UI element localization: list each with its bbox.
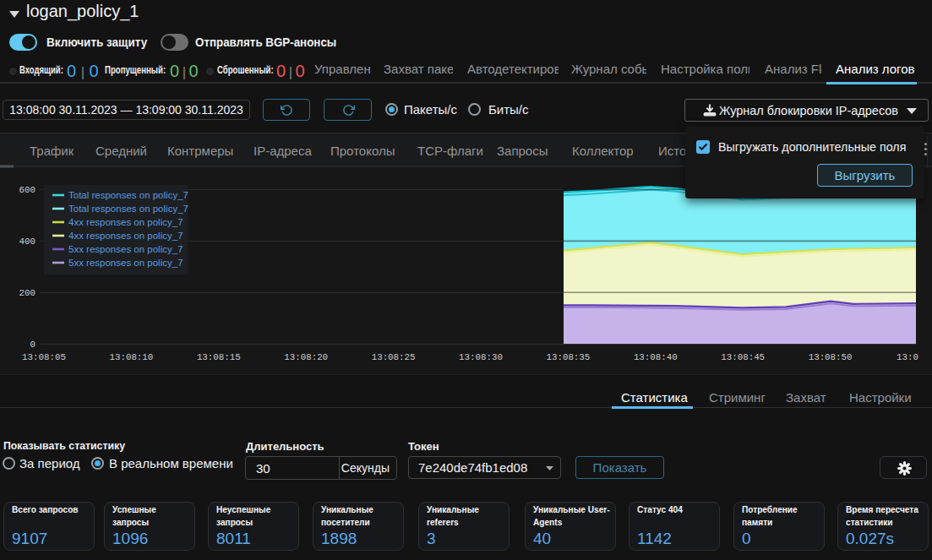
svg-text:13:08:30: 13:08:30 xyxy=(459,352,503,362)
svg-text:200: 200 xyxy=(19,288,35,298)
svg-text:13:08:45: 13:08:45 xyxy=(721,352,765,362)
svg-text:5xx responses on policy_7: 5xx responses on policy_7 xyxy=(68,244,183,254)
svg-text:13:08:10: 13:08:10 xyxy=(109,352,153,362)
svg-text:13:08:05: 13:08:05 xyxy=(22,352,66,362)
svg-text:13:0: 13:0 xyxy=(897,352,918,362)
svg-text:13:08:20: 13:08:20 xyxy=(284,352,328,362)
svg-text:4xx responses on policy_7: 4xx responses on policy_7 xyxy=(68,217,183,227)
svg-text:13:08:50: 13:08:50 xyxy=(809,352,853,362)
svg-text:13:08:25: 13:08:25 xyxy=(372,352,416,362)
svg-text:600: 600 xyxy=(19,185,35,195)
svg-text:0: 0 xyxy=(30,340,35,350)
svg-text:4xx responses on policy_7: 4xx responses on policy_7 xyxy=(68,231,183,241)
svg-text:13:08:35: 13:08:35 xyxy=(546,352,590,362)
svg-text:Total responses on policy_7: Total responses on policy_7 xyxy=(68,190,188,200)
svg-text:400: 400 xyxy=(19,237,35,247)
svg-text:5xx responses on policy_7: 5xx responses on policy_7 xyxy=(68,258,183,268)
svg-text:13:08:40: 13:08:40 xyxy=(634,352,678,362)
svg-text:13:08:15: 13:08:15 xyxy=(197,352,241,362)
svg-text:Total responses on policy_7: Total responses on policy_7 xyxy=(68,204,188,214)
